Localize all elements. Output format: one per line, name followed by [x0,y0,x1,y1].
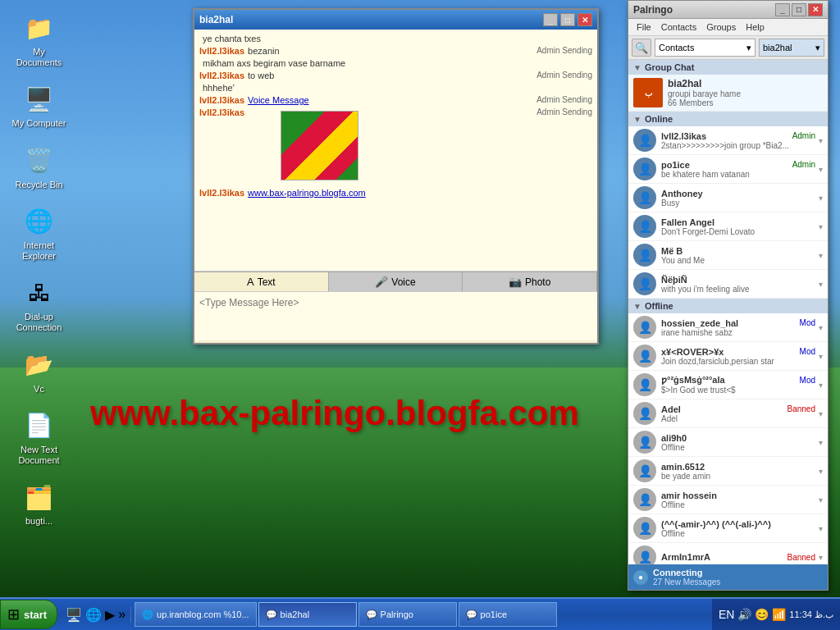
list-item[interactable]: 👤 ƿ°²ġsMsġ°²°ala Mod $>In God we trust<$… [628,371,828,399]
taskbar-ie-icon: 🌐 [142,609,153,620]
media-quick-icon[interactable]: ▶ [105,607,115,623]
message-input[interactable] [199,297,592,330]
maximize-button[interactable]: □ [560,13,575,26]
chevron-down-icon: ▾ [819,165,823,174]
network-icon: 📶 [772,608,786,621]
palringo-title-buttons: _ □ ✕ [775,3,823,16]
list-item[interactable]: 👤 ArmIn1mrA Banned ▾ [628,543,828,564]
my-documents-icon[interactable]: 📁 My Documents [8,8,70,71]
taskbar-chat-icon: 💬 [266,609,277,620]
chat-tabs: A Text 🎤 Voice 📷 Photo [194,272,597,291]
taskbar-item-iranblog[interactable]: 🌐 up.iranblog.com %10... [135,602,257,627]
contact-info: amir hossein Offline [661,491,815,509]
palringo-close[interactable]: ✕ [808,3,823,16]
online-section-header[interactable]: ▼ Online [628,112,828,126]
taskbar-item-bia2hal[interactable]: 💬 bia2hal [258,602,357,627]
list-item[interactable]: 👤 po1ice Admin be khatere ham vatanan ▾ [628,155,828,184]
voice-message-link[interactable]: Voice Message [248,95,309,105]
vc-label: Vc [34,384,44,395]
internet-explorer-icon[interactable]: 🌐 Internet Explorer [8,202,70,265]
ie-quick-icon[interactable]: 🌐 [85,607,102,623]
user-dropdown[interactable]: bia2hal ▾ [759,39,824,57]
contact-info: x¥<ROVER>¥x Mod Join dozd,farsiclub,pers… [661,347,815,366]
taskbar-item-po1ice[interactable]: 💬 po1ice [459,602,557,627]
group-members: 66 Members [668,98,741,107]
contacts-dropdown[interactable]: Contacts ▾ [655,39,756,57]
list-item[interactable]: 👤 Fallen Angel Don't Forget-Demi Lovato … [628,212,828,241]
start-label: start [24,609,47,621]
close-button[interactable]: ✕ [578,13,592,26]
offline-section-header[interactable]: ▼ Offline [628,299,828,313]
list-item[interactable]: 👤 x¥<ROVER>¥x Mod Join dozd,farsiclub,pe… [628,342,828,371]
group-toggle-icon: ▼ [633,63,641,72]
smiley-icon: 😊 [755,608,769,621]
search-button[interactable]: 🔍 [632,39,651,57]
chevron-down-icon: ▾ [819,222,823,231]
menu-groups[interactable]: Groups [701,21,741,34]
dialup-icon[interactable]: 🖧 Dial-up Connection [8,273,70,336]
offline-toggle-icon: ▼ [633,302,641,311]
taskbar-item-palringo[interactable]: 💬 Palringo [358,602,457,627]
menu-contacts[interactable]: Contacts [656,21,701,34]
palringo-maximize[interactable]: □ [792,3,806,16]
contact-info: ali9h0 Offline [661,433,815,452]
website-link[interactable]: www.bax-palringo.blogfa.com [248,188,366,198]
contact-avatar: 👤 [633,316,656,339]
bugti-label: bugti... [25,516,52,527]
contact-avatar: 👤 [633,517,656,540]
list-item[interactable]: 👤 hossien_zede_hal Mod irane hamishe sab… [628,313,828,342]
palringo-minimize[interactable]: _ [775,3,790,16]
recycle-bin-icon[interactable]: 🗑️ Recycle Bin [8,141,70,194]
dialup-label: Dial-up Connection [11,312,66,333]
bugti-icon[interactable]: 🗂️ bugti... [8,477,70,530]
dialup-img: 🖧 [23,276,56,309]
group-name: bia2hal [668,78,741,89]
contact-avatar: 👤 [633,546,656,564]
palringo-statusbar: ● Connecting 27 New Messages [628,564,828,590]
menu-help[interactable]: Help [741,21,769,34]
list-item[interactable]: 👤 ÑëþiÑ with you i'm feeling alive ▾ [628,270,828,299]
voice-tab[interactable]: 🎤 Voice [329,272,463,291]
list-item[interactable]: 👤 amin.6512 be yade amin ▾ [628,457,828,486]
list-item[interactable]: 👤 Anthoney Busy ▾ [628,184,828,212]
minimize-button[interactable]: _ [543,13,558,26]
ie-img: 🌐 [23,205,56,238]
chat-input-area [194,291,597,340]
taskbar-item-label: po1ice [481,609,507,619]
chat-messages: ye chanta txes lvll2.l3ikas bezanin Admi… [194,30,597,272]
group-chat-header[interactable]: ▼ Group Chat [628,60,828,75]
user-dropdown-arrow: ▾ [815,43,820,53]
status-info: Connecting 27 New Messages [653,568,720,587]
start-button[interactable]: ⊞ start [0,600,57,629]
menu-file[interactable]: File [632,21,656,34]
group-desc: groupi baraye hame [668,89,741,98]
chevron-down-icon: ▾ [819,280,823,289]
my-computer-img: 🖥️ [23,83,56,116]
volume-icon[interactable]: 🔊 [737,608,751,621]
recycle-bin-label: Recycle Bin [15,180,62,190]
chat-image [281,111,358,180]
taskbar-item-label: up.iranblog.com %10... [157,609,249,619]
contact-avatar: 👤 [633,244,656,267]
chevron-down-icon: ▾ [819,352,823,361]
my-computer-icon[interactable]: 🖥️ My Computer [8,80,70,132]
newtext-icon[interactable]: 📄 New Text Document [8,406,70,469]
taskbar: ⊞ start 🖥️ 🌐 ▶ » 🌐 up.iranblog.com %10..… [0,597,840,630]
group-chat-item[interactable]: ب bia2hal groupi baraye hame 66 Members [628,75,828,112]
contact-info: ÑëþiÑ with you i'm feeling alive [661,275,815,294]
taskbar-item-label: Palringo [381,609,413,619]
newtext-img: 📄 [23,409,56,442]
text-tab-icon: A [247,276,254,288]
list-item[interactable]: 👤 Adel Banned Adel ▾ [628,399,828,428]
list-item[interactable]: 👤 Më B You and Me ▾ [628,241,828,270]
photo-tab[interactable]: 📷 Photo [463,272,597,291]
more-icon[interactable]: » [118,607,126,622]
list-item[interactable]: 👤 ali9h0 Offline ▾ [628,428,828,457]
text-tab-label: Text [258,276,276,288]
text-tab[interactable]: A Text [194,272,329,291]
list-item[interactable]: 👤 (^^(-amir-)^^) (^^(-ali-)^^) Offline ▾ [628,514,828,543]
list-item[interactable]: 👤 lvll2.l3ikas Admin 2stan>>>>>>>>>join … [628,126,828,155]
vc-icon[interactable]: 📂 Vc [8,345,70,398]
list-item[interactable]: 👤 amir hossein Offline ▾ [628,486,828,514]
show-desktop-icon[interactable]: 🖥️ [66,607,82,623]
